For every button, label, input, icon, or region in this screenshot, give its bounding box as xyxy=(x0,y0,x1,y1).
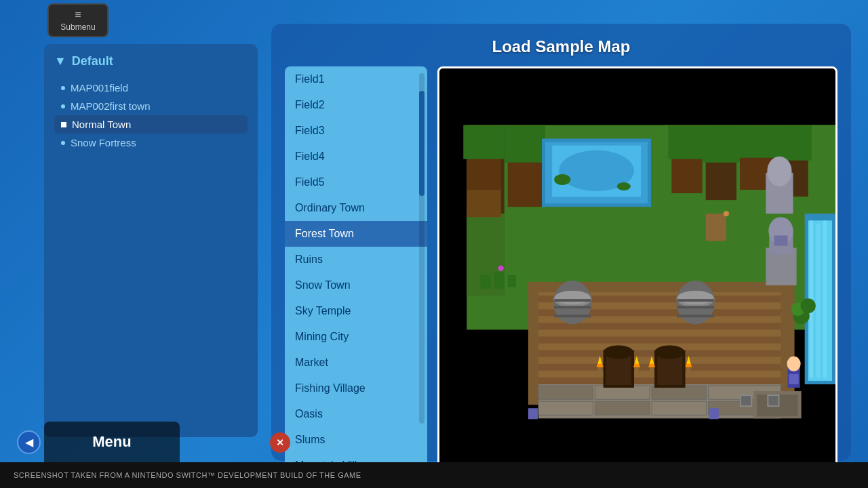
map-list-container: Field1 Field2 Field3 Field4 Field5 Ordin… xyxy=(285,66,427,488)
bullet-icon xyxy=(61,104,65,108)
svg-rect-105 xyxy=(789,374,799,384)
sidebar-list: MAP001field MAP002first town Normal Town… xyxy=(54,79,248,152)
svg-rect-23 xyxy=(736,125,777,157)
list-item-field2[interactable]: Field2 xyxy=(285,92,427,118)
bullet-icon xyxy=(61,86,65,90)
svg-rect-85 xyxy=(774,235,787,245)
svg-rect-43 xyxy=(554,314,591,317)
list-item-oasis[interactable]: Oasis xyxy=(285,401,427,427)
sidebar-item-snow-fortress[interactable]: Snow Fortress xyxy=(54,134,248,152)
svg-rect-24 xyxy=(774,125,811,160)
list-item-ruins[interactable]: Ruins xyxy=(285,247,427,272)
svg-rect-42 xyxy=(554,306,591,308)
svg-point-15 xyxy=(617,182,631,190)
close-button[interactable]: ✕ xyxy=(270,432,290,453)
svg-point-65 xyxy=(654,346,684,359)
map-canvas xyxy=(439,68,835,488)
dialog-content: Field1 Field2 Field3 Field4 Field5 Ordin… xyxy=(285,66,837,488)
svg-point-62 xyxy=(604,346,633,359)
svg-rect-97 xyxy=(508,275,516,287)
submenu-button[interactable]: ≡ Submenu xyxy=(47,3,108,37)
svg-point-98 xyxy=(498,266,504,271)
submenu-icon: ≡ xyxy=(75,9,81,21)
svg-rect-6 xyxy=(467,190,500,217)
svg-rect-44 xyxy=(554,299,591,302)
svg-rect-58 xyxy=(652,401,707,415)
sidebar-item-normal-town[interactable]: Normal Town xyxy=(54,115,248,134)
svg-rect-93 xyxy=(768,396,778,405)
back-button[interactable]: ◀ xyxy=(17,430,41,454)
sidebar-item-map002first-town[interactable]: MAP002first town xyxy=(54,97,248,115)
bullet-icon xyxy=(61,141,65,145)
svg-rect-52 xyxy=(538,386,593,399)
svg-rect-22 xyxy=(703,125,740,162)
svg-rect-21 xyxy=(668,125,705,159)
svg-rect-94 xyxy=(706,214,726,241)
svg-point-104 xyxy=(787,357,801,371)
list-item-field4[interactable]: Field4 xyxy=(285,144,427,169)
svg-rect-95 xyxy=(480,275,490,289)
list-item-field5[interactable]: Field5 xyxy=(285,169,427,195)
svg-rect-35 xyxy=(538,337,781,344)
list-item-field1[interactable]: Field1 xyxy=(285,66,427,92)
scroll-thumb xyxy=(419,91,425,196)
svg-rect-48 xyxy=(677,306,713,308)
svg-rect-7 xyxy=(463,125,504,159)
bullet-icon xyxy=(61,122,66,127)
map-preview xyxy=(437,66,837,488)
svg-rect-106 xyxy=(528,408,538,419)
sidebar-item-map001field[interactable]: MAP001field xyxy=(54,79,248,97)
list-item-fishing-village[interactable]: Fishing Village xyxy=(285,375,427,401)
bottom-bar: SCREENSHOT TAKEN FROM A NINTENDO SWITCH™… xyxy=(0,462,868,488)
svg-point-99 xyxy=(724,211,729,216)
svg-point-14 xyxy=(554,174,570,185)
dialog-title: Load Sample Map xyxy=(285,37,837,56)
svg-rect-91 xyxy=(741,396,751,405)
list-item-forest-town[interactable]: Forest Town xyxy=(285,221,427,247)
svg-rect-56 xyxy=(538,401,593,415)
svg-rect-57 xyxy=(595,401,650,415)
svg-rect-28 xyxy=(816,224,820,378)
menu-label: Menu xyxy=(92,433,131,451)
svg-point-41 xyxy=(555,291,590,304)
svg-point-87 xyxy=(767,157,791,186)
list-item-sky-temple[interactable]: Sky Temple xyxy=(285,298,427,324)
svg-rect-9 xyxy=(505,125,545,162)
svg-rect-29 xyxy=(823,220,827,378)
bottom-menu-panel: Menu xyxy=(44,422,180,462)
list-item-ordinary-town[interactable]: Ordinary Town xyxy=(285,195,427,221)
svg-rect-50 xyxy=(677,299,713,302)
submenu-label: Submenu xyxy=(60,22,95,32)
svg-point-47 xyxy=(677,291,713,304)
bottom-notice: SCREENSHOT TAKEN FROM A NINTENDO SWITCH™… xyxy=(14,471,361,479)
svg-rect-96 xyxy=(494,272,505,289)
svg-rect-107 xyxy=(709,408,719,419)
list-item-field3[interactable]: Field3 xyxy=(285,118,427,144)
scrollbar[interactable] xyxy=(419,73,425,424)
map-list: Field1 Field2 Field3 Field4 Field5 Ordin… xyxy=(285,66,427,488)
list-item-market[interactable]: Market xyxy=(285,350,427,375)
list-item-mining-city[interactable]: Mining City xyxy=(285,324,427,350)
list-item-slums[interactable]: Slums xyxy=(285,427,427,453)
sidebar-arrow-icon: ▼ xyxy=(54,54,66,68)
load-sample-map-dialog: Load Sample Map Field1 Field2 Field3 Fie… xyxy=(271,24,851,461)
back-icon: ◀ xyxy=(25,436,33,449)
list-item-snow-town[interactable]: Snow Town xyxy=(285,272,427,298)
svg-rect-49 xyxy=(677,314,713,317)
sidebar-title: ▼ Default xyxy=(54,54,248,68)
sidebar: ▼ Default MAP001field MAP002first town N… xyxy=(44,44,258,437)
svg-point-102 xyxy=(801,298,816,313)
